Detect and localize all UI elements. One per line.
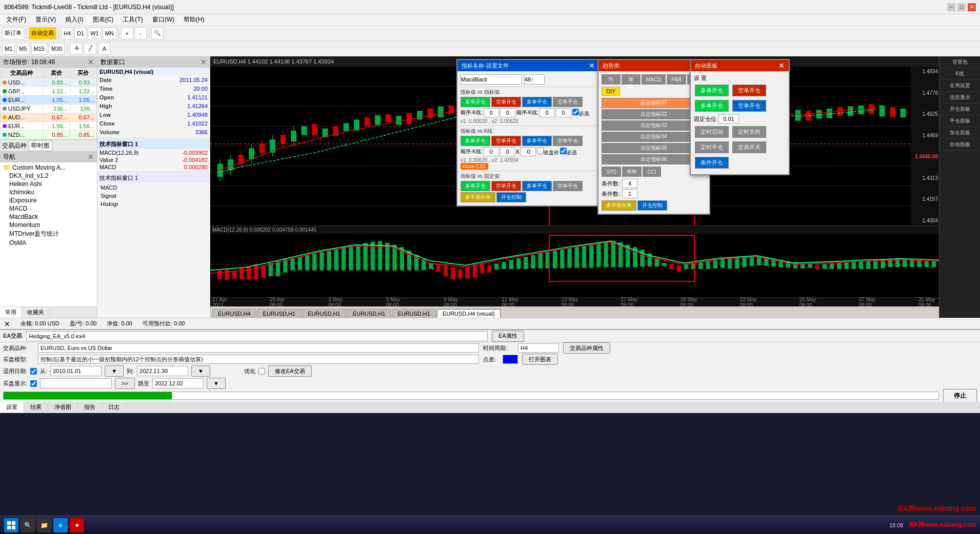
bottom-tab-settings[interactable]: 设置 — [0, 402, 24, 413]
tf-m30[interactable]: M30 — [49, 43, 65, 55]
nav-item-osma[interactable]: OsMA — [1, 239, 96, 247]
tf-h4[interactable]: H4 — [61, 27, 73, 39]
data-window-close[interactable]: ✕ — [201, 58, 207, 66]
bottom-tab-report[interactable]: 报告 — [78, 402, 102, 413]
market-price-close[interactable]: ✕ — [88, 58, 94, 66]
seq-k2-input-3[interactable] — [521, 147, 536, 156]
trend-cat-par[interactable]: PAR — [667, 74, 686, 85]
stop-btn[interactable]: 停止 — [943, 389, 977, 403]
timer-close-btn[interactable]: 定时关闭 — [732, 126, 766, 138]
nav-item-dkx[interactable]: DKX_ind_v1.2 — [1, 172, 96, 180]
auto-multi-open-btn-2[interactable]: 多单开仓 — [695, 100, 729, 112]
chart-tab-2[interactable]: EURUSD,H1 — [302, 309, 346, 318]
close-price-checkbox[interactable] — [537, 148, 544, 154]
chart-tab-0[interactable]: EURUSD,H4 — [212, 309, 256, 318]
period-input[interactable] — [518, 343, 559, 353]
nav-item-ichimoku[interactable]: Ichimoku — [1, 188, 96, 196]
short-open-btn-2[interactable]: 空单开仓 — [491, 136, 521, 146]
navigator-close[interactable]: ✕ — [88, 153, 94, 161]
display-input[interactable] — [40, 378, 112, 388]
timer-flat-btn[interactable]: 定时平仓 — [695, 141, 729, 153]
arrow-btn[interactable]: >> — [115, 378, 135, 389]
diy-btn[interactable]: DIY — [602, 87, 620, 96]
indicator-number-input[interactable] — [524, 74, 545, 85]
tf-d1[interactable]: D1 — [74, 27, 87, 39]
table-row[interactable]: NZD... 0.85... 0.85... — [1, 131, 97, 139]
trade-type-value[interactable]: 即时图 — [29, 140, 52, 151]
nav-item-heiken[interactable]: Heiken Ashi — [1, 180, 96, 188]
tf-mn[interactable]: MN — [103, 27, 116, 39]
seq-k-input-2[interactable] — [500, 108, 515, 117]
tf-m5[interactable]: M5 — [16, 43, 29, 55]
nav-tab-favorites[interactable]: 收藏夹 — [22, 307, 50, 318]
taskbar-ie-btn[interactable]: e — [53, 518, 68, 532]
trend-cat-turtle[interactable]: 海龟 — [622, 74, 641, 85]
menu-help[interactable]: 帮助(H) — [179, 14, 209, 25]
trend-cat-macd[interactable]: MACD — [642, 74, 666, 85]
multi-double-btn-2[interactable]: 多手双向单 — [602, 200, 636, 211]
from-date-picker-btn[interactable]: ▼ — [105, 365, 124, 377]
menu-tools[interactable]: 工具(T) — [118, 14, 147, 25]
from-date-input[interactable] — [50, 366, 102, 376]
zoom-out-btn[interactable]: - — [134, 27, 147, 39]
auto-trade-btn[interactable]: 自动交易 — [29, 27, 56, 39]
symbol-props-btn[interactable]: 交易品种属性 — [563, 342, 610, 354]
tf-m1[interactable]: M1 — [2, 43, 15, 55]
indicator-dialog-close[interactable]: ✕ — [589, 61, 595, 70]
right-panel-open-panel[interactable]: 开仓面板 — [939, 104, 980, 115]
tf-w1[interactable]: W1 — [88, 27, 102, 39]
ea-props-btn[interactable]: EA属性 — [492, 331, 524, 342]
multi-close-btn-3[interactable]: 多单平仓 — [522, 181, 552, 191]
auto-short-open-btn-2[interactable]: 空单开仓 — [732, 100, 766, 112]
minimize-button[interactable]: ─ — [947, 3, 955, 11]
optimize-checkbox[interactable] — [258, 368, 265, 375]
chart-area[interactable]: EURUSD,H4 1.44102 1.44136 1.43767 1.4393… — [210, 56, 939, 318]
multi-open-btn-2[interactable]: 多单开仓 — [461, 136, 490, 146]
line-btn[interactable]: ╱ — [84, 43, 96, 55]
nav-item-mtdriver[interactable]: MTDriver盈亏统计 — [1, 229, 96, 239]
ea-file-input[interactable] — [26, 331, 488, 341]
required2-checkbox[interactable] — [560, 148, 567, 154]
right-panel-add-panel[interactable]: 加仓面板 — [939, 127, 980, 139]
required-checkbox[interactable] — [572, 109, 579, 115]
short-close-btn-1[interactable]: 空单平仓 — [553, 97, 583, 107]
nav-item-macdback[interactable]: MacdBack — [1, 213, 96, 221]
chart-tab-5[interactable]: EURUSD,H4 (visual) — [437, 309, 501, 318]
menu-insert[interactable]: 插入(I) — [61, 14, 87, 25]
menu-window[interactable]: 窗口(W) — [148, 14, 178, 25]
indicator-name-input[interactable] — [461, 74, 522, 85]
right-panel-kline[interactable]: K线 — [939, 68, 980, 80]
table-row[interactable]: AUD... 0.67... 0.67... — [1, 113, 97, 122]
table-row[interactable]: USD... 0.93... 0.93... — [1, 78, 97, 87]
start-btn[interactable] — [4, 518, 18, 532]
nav-item-macd[interactable]: MACD — [1, 204, 96, 213]
zoom-in-btn[interactable]: + — [121, 27, 133, 39]
short-close-btn-3[interactable]: 空单平仓 — [553, 181, 583, 191]
trade-toggle-btn[interactable]: 交易开关 — [732, 141, 766, 153]
trend-cat-maline[interactable]: 均线 — [602, 74, 621, 85]
taskbar-search-btn[interactable]: 🔍 — [21, 518, 35, 532]
nav-item-iexposure[interactable]: iExposure — [1, 196, 96, 204]
to-date-input[interactable] — [137, 366, 188, 376]
apply-date-checkbox[interactable] — [30, 368, 37, 375]
close-button[interactable]: ✕ — [968, 3, 976, 11]
text-btn[interactable]: A — [98, 43, 110, 55]
table-row[interactable]: GBP... 1.22... 1.22... — [1, 87, 97, 96]
seq-k2-input-1[interactable] — [484, 147, 499, 156]
chart-tab-4[interactable]: EURUSD,H1 — [392, 309, 436, 318]
seq-k-input-3[interactable] — [539, 108, 555, 117]
table-row[interactable]: EUR... 1.56... 1.56... — [1, 122, 97, 131]
modify-ea-btn[interactable]: 修改EA交易 — [268, 365, 312, 377]
taskbar-app-btn[interactable]: ★ — [70, 518, 84, 532]
cond-input-2[interactable] — [622, 189, 637, 198]
maximize-button[interactable]: □ — [957, 3, 966, 11]
symbol-input[interactable] — [38, 343, 479, 353]
open-control-btn-2[interactable]: 开仓控制 — [637, 200, 667, 211]
chart-tab-3[interactable]: EURUSD,H1 — [347, 309, 391, 318]
cond-open-btn[interactable]: 条件开仓 — [695, 157, 729, 169]
chart-tab-1[interactable]: EURUSD,H1 — [257, 309, 302, 318]
menu-view[interactable]: 显示(V) — [31, 14, 60, 25]
taskbar-file-btn[interactable]: 📁 — [37, 518, 51, 532]
fixed-pos-input[interactable] — [718, 114, 739, 124]
short-close-btn-2[interactable]: 空单平仓 — [553, 136, 583, 146]
